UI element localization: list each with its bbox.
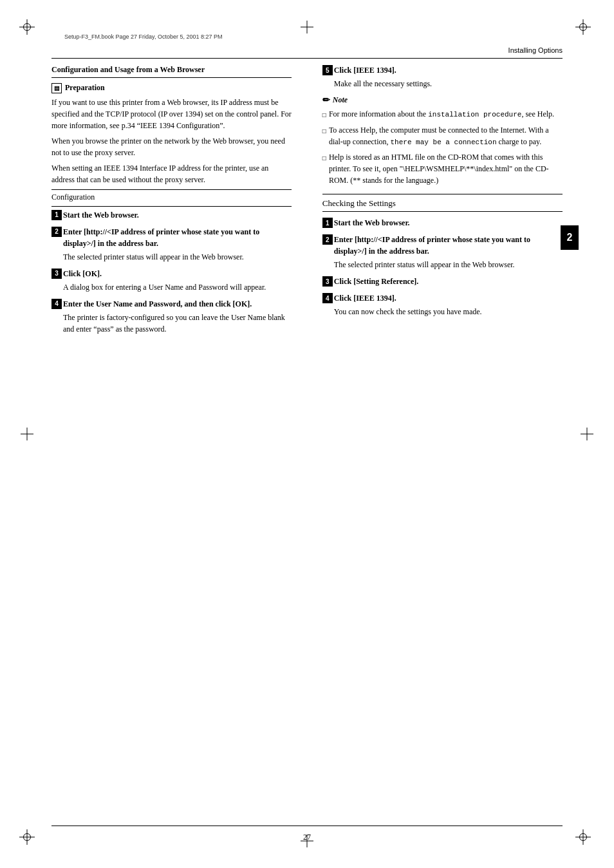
right-step-5-number: 5 (322, 65, 333, 75)
check-step-4-header: 4 Click [IEEE 1394]. (322, 292, 563, 304)
left-step-2: 2 Enter [http://<IP address of printer w… (51, 226, 292, 263)
checking-title: Checking the Settings (322, 198, 563, 209)
check-step-2-number: 2 (322, 234, 333, 245)
check-step-3-title: Click [Setting Reference]. (334, 276, 418, 287)
note-item-2: □ To access Help, the computer must be c… (322, 124, 563, 148)
note-icon: ✏ (322, 95, 330, 106)
check-step-4-title: Click [IEEE 1394]. (334, 292, 396, 304)
check-step-3-number: 3 (322, 276, 333, 287)
checking-section: Checking the Settings 1 Start the Web br… (322, 194, 563, 317)
note-text-3: Help is stored as an HTML file on the CD… (329, 151, 563, 186)
left-step-1-number: 1 (51, 210, 62, 220)
main-heading: Configuration and Usage from a Web Brows… (51, 64, 292, 78)
note-item-1: □ For more information about the install… (322, 108, 563, 120)
left-step-2-header: 2 Enter [http://<IP address of printer w… (51, 226, 292, 249)
page-header-section: Installing Options (508, 46, 563, 54)
preparation-header: ▤ Preparation (51, 83, 292, 93)
note-bullet-1: □ (322, 110, 326, 120)
preparation-para-2: When you browse the printer on the netwo… (51, 135, 292, 158)
note-section: ✏ Note □ For more information about the … (322, 95, 563, 186)
left-step-4-number: 4 (51, 299, 62, 309)
left-step-3: 3 Click [OK]. A dialog box for entering … (51, 268, 292, 293)
check-step-3: 3 Click [Setting Reference]. (322, 276, 563, 287)
left-step-4: 4 Enter the User Name and Password, and … (51, 298, 292, 335)
check-step-2-header: 2 Enter [http://<IP address of printer w… (322, 234, 563, 257)
center-mark-top (301, 21, 313, 33)
preparation-para-1: If you want to use this printer from a W… (51, 97, 292, 131)
header-meta: Setup-F3_FM.book Page 27 Friday, October… (64, 33, 222, 40)
corner-mark-tr (575, 19, 595, 39)
check-step-1-number: 1 (322, 218, 333, 228)
section-tab: 2 (561, 225, 579, 250)
note-bullet-2: □ (322, 126, 326, 136)
right-column: 5 Click [IEEE 1394]. Make all the necess… (322, 64, 563, 323)
check-step-4-body: You can now check the settings you have … (334, 306, 563, 317)
note-item-3: □ Help is stored as an HTML file on the … (322, 151, 563, 186)
left-step-1-header: 1 Start the Web browser. (51, 209, 292, 221)
right-step-5-title: Click [IEEE 1394]. (334, 64, 396, 76)
page-number: 27 (0, 833, 614, 842)
check-step-1-header: 1 Start the Web browser. (322, 217, 563, 229)
check-step-2: 2 Enter [http://<IP address of printer w… (322, 234, 563, 270)
preparation-para-3: When setting an IEEE 1394 Interface IP a… (51, 162, 292, 185)
note-bullet-3: □ (322, 153, 326, 163)
content-area: Configuration and Usage from a Web Brows… (51, 64, 563, 816)
page: Setup-F3_FM.book Page 27 Friday, October… (0, 0, 614, 868)
note-header: ✏ Note (322, 95, 563, 106)
left-step-3-title: Click [OK]. (63, 268, 102, 279)
left-column: Configuration and Usage from a Web Brows… (51, 64, 292, 340)
header-line (51, 58, 563, 59)
note-label: Note (333, 95, 348, 105)
left-step-2-body: The selected printer status will appear … (63, 251, 292, 263)
left-step-2-number: 2 (51, 227, 62, 237)
left-step-1-title: Start the Web browser. (63, 209, 139, 221)
config-divider-bottom (51, 206, 292, 207)
footer-line (51, 826, 563, 826)
left-step-3-number: 3 (51, 269, 62, 279)
check-step-3-header: 3 Click [Setting Reference]. (322, 276, 563, 287)
corner-mark-tl (19, 19, 39, 39)
note-text-2: To access Help, the computer must be con… (329, 124, 563, 148)
left-step-3-header: 3 Click [OK]. (51, 268, 292, 279)
left-step-4-body: The printer is factory-configured so you… (63, 312, 292, 335)
right-step-5-body: Make all the necessary settings. (334, 78, 563, 90)
checking-divider-bottom (322, 211, 563, 212)
center-mark-left (21, 428, 33, 440)
right-step-5: 5 Click [IEEE 1394]. Make all the necess… (322, 64, 563, 90)
right-step-5-header: 5 Click [IEEE 1394]. (322, 64, 563, 76)
preparation-label: Preparation (65, 83, 105, 93)
config-divider-top (51, 189, 292, 190)
center-mark-right (581, 428, 593, 440)
check-step-4-number: 4 (322, 293, 333, 303)
checking-divider-top (322, 194, 563, 194)
check-step-2-title: Enter [http://<IP address of printer who… (334, 234, 563, 257)
left-step-3-body: A dialog box for entering a User Name an… (63, 281, 292, 293)
check-step-4: 4 Click [IEEE 1394]. You can now check t… (322, 292, 563, 317)
configuration-title: Configuration (51, 193, 292, 202)
left-step-4-title: Enter the User Name and Password, and th… (63, 298, 252, 310)
check-step-1-title: Start the Web browser. (334, 217, 410, 229)
check-step-1: 1 Start the Web browser. (322, 217, 563, 229)
check-step-2-body: The selected printer status will appear … (334, 259, 563, 270)
left-step-4-header: 4 Enter the User Name and Password, and … (51, 298, 292, 310)
left-step-1: 1 Start the Web browser. (51, 209, 292, 221)
left-step-2-title: Enter [http://<IP address of printer who… (63, 226, 292, 249)
note-text-1: For more information about the installat… (329, 108, 554, 120)
preparation-icon: ▤ (51, 83, 62, 93)
